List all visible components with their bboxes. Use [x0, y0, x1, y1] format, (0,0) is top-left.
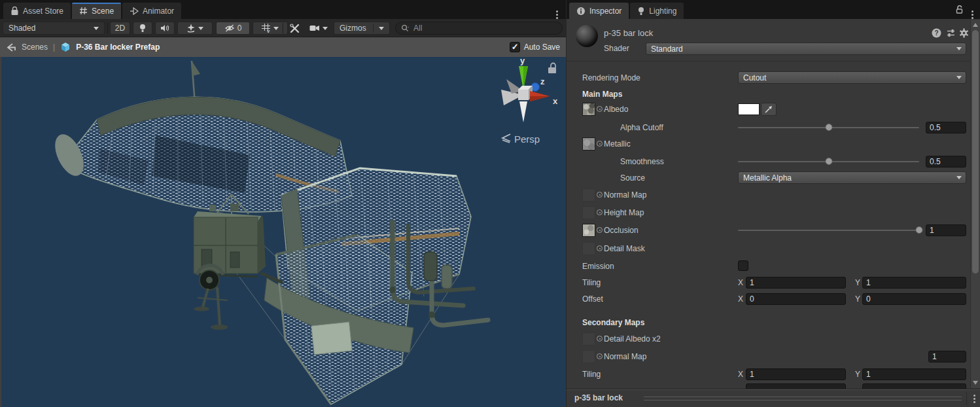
asset-footer-bar[interactable]: p-35 bar lock — [567, 389, 980, 407]
smoothness-slider[interactable] — [738, 155, 919, 168]
eyedropper-button[interactable] — [761, 103, 777, 116]
albedo-color-swatch[interactable] — [738, 103, 760, 115]
smoothness-field[interactable]: 0.5 — [926, 156, 966, 168]
animator-icon — [130, 7, 139, 15]
breadcrumb-root[interactable]: Scenes — [22, 43, 48, 52]
scene-camera-dropdown[interactable] — [305, 22, 332, 35]
scroll-up-icon[interactable] — [973, 23, 978, 27]
inspector-scrollbar[interactable] — [970, 20, 980, 388]
scene-search-input[interactable]: All — [395, 22, 563, 35]
texture-picker-icon[interactable] — [597, 106, 603, 112]
texture-picker-icon[interactable] — [597, 141, 603, 147]
auto-save-checkbox[interactable] — [510, 42, 520, 52]
tab-inspector[interactable]: Inspector — [569, 3, 629, 19]
texture-picker-icon[interactable] — [597, 336, 603, 342]
texture-picker-icon[interactable] — [597, 227, 603, 233]
tab-animator[interactable]: Animator — [122, 3, 181, 19]
rendering-mode-dropdown[interactable]: Cutout — [738, 71, 966, 84]
tab-label: Animator — [143, 7, 174, 16]
gear-icon[interactable] — [959, 28, 969, 38]
metallic-label: Metallic — [604, 139, 631, 149]
scene-menu-kebab-icon[interactable] — [556, 10, 558, 12]
secondary-normal-thumbnail[interactable] — [582, 350, 595, 363]
metallic-texture-thumbnail[interactable] — [582, 137, 595, 150]
tab-lighting[interactable]: Lighting — [630, 3, 684, 19]
secondary-offset-row-clipped — [567, 383, 966, 389]
detail-mask-label: Detail Mask — [604, 244, 645, 253]
detail-mask-thumbnail[interactable] — [582, 242, 595, 255]
inspector-menu-kebab-icon[interactable] — [971, 10, 973, 12]
normal-map-thumbnail[interactable] — [582, 188, 595, 202]
tiling-y-field[interactable]: 1 — [862, 277, 966, 289]
offset-x-field[interactable]: 0 — [746, 293, 846, 305]
tab-asset-store[interactable]: Asset Store — [3, 3, 71, 19]
occlusion-slider[interactable] — [738, 224, 919, 237]
occlusion-field[interactable]: 1 — [926, 224, 966, 236]
tiling-x-field[interactable]: 1 — [746, 277, 846, 289]
shader-value: Standard — [651, 44, 683, 54]
draw-mode-dropdown[interactable]: Shaded — [3, 22, 105, 35]
detail-mask-row: Detail Mask — [567, 242, 966, 255]
scrollbar-thumb[interactable] — [972, 30, 979, 274]
tab-scene[interactable]: Scene — [72, 3, 121, 19]
info-icon — [576, 7, 586, 16]
material-preview-sphere — [576, 25, 598, 47]
auto-save-control: Auto Save — [510, 42, 560, 52]
height-map-thumbnail[interactable] — [582, 206, 595, 219]
hidden-objects-button[interactable]: 0 — [216, 22, 250, 35]
scene-tools-button[interactable] — [285, 22, 304, 35]
inspector-lock-icon[interactable] — [955, 5, 964, 14]
projection-toggle[interactable]: Persp — [502, 133, 540, 145]
alpha-cutoff-field[interactable]: 0.5 — [926, 122, 966, 133]
2d-toggle-button[interactable]: 2D — [110, 22, 130, 35]
slider-knob[interactable] — [825, 124, 832, 131]
breadcrumb-separator: | — [53, 43, 55, 52]
footer-kebab-icon[interactable] — [973, 395, 975, 397]
detail-albedo-thumbnail[interactable] — [582, 332, 595, 345]
scene-tabbar: Asset Store Scene Animator — [0, 0, 566, 19]
axis-negative-y-cone[interactable] — [519, 101, 527, 122]
slider-knob[interactable] — [825, 158, 832, 165]
normal-map-row: Normal Map — [567, 188, 966, 202]
source-dropdown[interactable]: Metallic Alpha — [738, 171, 966, 184]
secondary-tiling-x-field[interactable]: 1 — [746, 368, 846, 380]
axis-z-label: z — [540, 77, 545, 86]
shader-dropdown[interactable]: Standard — [646, 43, 966, 55]
occlusion-texture-thumbnail[interactable] — [582, 224, 595, 237]
material-header: p-35 bar lock ? Shader — [567, 19, 980, 62]
unity-editor-window: Asset Store Scene Animator Shaded — [0, 0, 980, 407]
scene-audio-toggle[interactable] — [155, 22, 175, 35]
clipped-x-field[interactable] — [746, 383, 846, 389]
scroll-down-icon[interactable] — [973, 381, 978, 385]
emission-checkbox[interactable] — [738, 260, 748, 271]
gizmo-cube[interactable] — [518, 90, 529, 100]
y-axis-label: Y — [855, 278, 860, 287]
texture-picker-icon[interactable] — [597, 209, 603, 215]
presets-icon[interactable] — [946, 28, 956, 38]
help-icon[interactable]: ? — [932, 28, 941, 38]
scene-effects-dropdown[interactable] — [177, 22, 213, 35]
slider-knob[interactable] — [916, 226, 923, 234]
viewport-lock-icon[interactable] — [548, 63, 556, 74]
texture-picker-icon[interactable] — [597, 192, 603, 198]
axis-gizmo[interactable]: y x z — [501, 57, 558, 122]
alpha-cutoff-label: Alpha Cutoff — [620, 123, 663, 132]
texture-picker-icon[interactable] — [597, 245, 603, 251]
secondary-normal-scale-field[interactable]: 1 — [928, 351, 966, 363]
clipped-y-field[interactable] — [862, 383, 966, 389]
search-placeholder: All — [413, 24, 422, 33]
back-arrow-icon[interactable] — [6, 43, 16, 52]
secondary-tiling-y-field[interactable]: 1 — [862, 368, 966, 380]
alpha-cutoff-slider[interactable] — [738, 121, 919, 134]
albedo-texture-thumbnail[interactable] — [582, 103, 595, 116]
scene-viewport[interactable]: y x z Persp — [0, 57, 566, 407]
texture-picker-icon[interactable] — [597, 353, 603, 359]
inspector-tabbar: Inspector Lighting — [567, 0, 980, 19]
offset-y-field[interactable]: 0 — [862, 293, 966, 305]
lightbulb-icon — [139, 24, 147, 33]
gizmos-dropdown[interactable]: Gizmos — [334, 22, 390, 35]
scene-lighting-toggle[interactable] — [133, 22, 152, 35]
footer-resize-grip[interactable] — [644, 397, 962, 400]
scene-icon — [79, 7, 88, 15]
chevron-down-icon — [198, 27, 203, 30]
